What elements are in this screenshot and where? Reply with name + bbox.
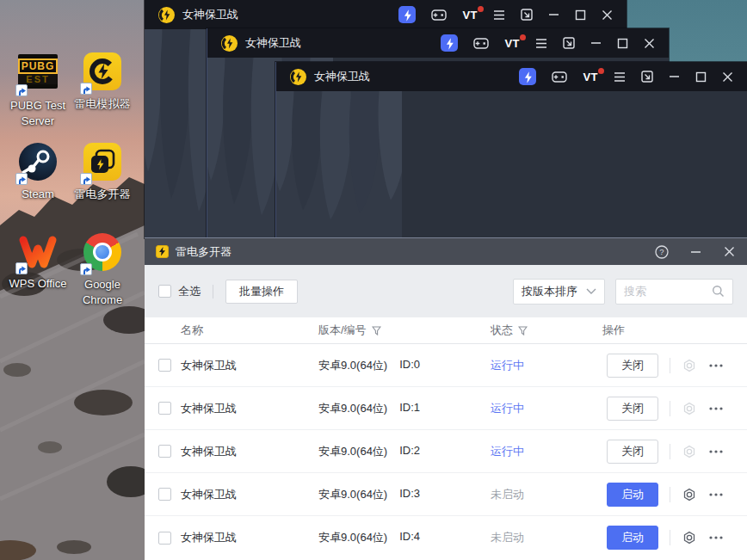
notification-dot bbox=[598, 68, 604, 74]
search-box[interactable] bbox=[615, 279, 733, 305]
stop-button[interactable]: 关闭 bbox=[607, 354, 658, 378]
desktop-icon-label: 雷电多开器 bbox=[65, 187, 139, 202]
mini-window-icon[interactable] bbox=[563, 37, 575, 49]
mini-window-icon[interactable] bbox=[521, 9, 533, 21]
boost-icon[interactable] bbox=[441, 34, 458, 52]
desktop-icon-ldplayer[interactable]: 雷电模拟器 bbox=[65, 52, 139, 112]
maximize-button[interactable] bbox=[575, 9, 586, 21]
settings-gear-icon[interactable] bbox=[682, 444, 697, 459]
minimize-button[interactable] bbox=[548, 9, 559, 20]
desktop-icon-label: Google Chrome bbox=[65, 277, 139, 308]
gamepad-icon[interactable] bbox=[473, 37, 489, 50]
emulator-titlebar[interactable]: 女神保卫战 VT bbox=[276, 62, 747, 91]
sort-dropdown[interactable]: 按版本排序 bbox=[513, 279, 605, 305]
search-input[interactable] bbox=[624, 285, 712, 298]
vt-button[interactable]: VT bbox=[504, 37, 520, 50]
gamepad-icon[interactable] bbox=[552, 71, 567, 83]
stop-button[interactable]: 关闭 bbox=[607, 397, 658, 421]
instance-status: 未启动 bbox=[491, 530, 594, 545]
ldplayer-logo-icon bbox=[290, 69, 306, 85]
select-all-checkbox[interactable] bbox=[158, 285, 171, 298]
more-options-icon[interactable] bbox=[708, 401, 724, 416]
close-button[interactable] bbox=[602, 9, 613, 21]
settings-gear-icon[interactable] bbox=[682, 401, 697, 416]
mini-window-icon[interactable] bbox=[641, 71, 653, 83]
more-options-icon[interactable] bbox=[708, 444, 724, 459]
gamepad-icon[interactable] bbox=[431, 9, 447, 22]
desktop-icon-ld-multiplayer[interactable]: 雷电多开器 bbox=[65, 142, 139, 202]
menu-icon[interactable] bbox=[493, 9, 505, 21]
settings-gear-icon[interactable] bbox=[682, 358, 697, 373]
header-name: 名称 bbox=[181, 323, 310, 338]
shortcut-arrow-icon bbox=[80, 83, 92, 95]
instance-status: 运行中 bbox=[491, 358, 594, 373]
minimize-button[interactable] bbox=[590, 38, 602, 48]
table-header: 名称 版本/编号 状态 操作 bbox=[145, 317, 747, 344]
search-icon bbox=[712, 285, 725, 298]
shortcut-arrow-icon bbox=[15, 84, 28, 96]
manager-titlebar[interactable]: 雷电多开器 bbox=[145, 238, 747, 265]
window-title: 女神保卫战 bbox=[182, 7, 238, 22]
minimize-button[interactable] bbox=[669, 71, 680, 82]
row-checkbox[interactable] bbox=[158, 402, 171, 415]
table-row: 女神保卫战 安卓9.0(64位)ID:2 运行中 关闭 bbox=[145, 430, 747, 473]
desktop-icon-wps-office[interactable]: WPS Office bbox=[1, 232, 75, 292]
help-icon[interactable] bbox=[655, 245, 669, 259]
start-button[interactable]: 启动 bbox=[607, 526, 658, 550]
close-button[interactable] bbox=[722, 71, 733, 83]
maximize-button[interactable] bbox=[695, 71, 707, 83]
stop-button[interactable]: 关闭 bbox=[607, 440, 658, 464]
batch-operations-button[interactable]: 批量操作 bbox=[225, 280, 298, 304]
vt-button[interactable]: VT bbox=[583, 71, 598, 83]
filter-icon bbox=[518, 326, 528, 335]
sort-dropdown-value: 按版本排序 bbox=[522, 284, 577, 299]
emulator-screen[interactable] bbox=[276, 91, 747, 238]
desktop-icon-label: 雷电模拟器 bbox=[65, 96, 139, 112]
more-options-icon[interactable] bbox=[708, 530, 724, 545]
instance-version: 安卓9.0(64位)ID:0 bbox=[318, 358, 482, 373]
window-title: 女神保卫战 bbox=[314, 69, 370, 84]
menu-icon[interactable] bbox=[535, 38, 547, 49]
menu-icon[interactable] bbox=[614, 71, 626, 83]
manager-title: 雷电多开器 bbox=[176, 244, 232, 260]
instance-version: 安卓9.0(64位)ID:2 bbox=[318, 444, 482, 459]
instance-version: 安卓9.0(64位)ID:1 bbox=[318, 401, 482, 416]
row-checkbox[interactable] bbox=[158, 488, 171, 501]
header-version[interactable]: 版本/编号 bbox=[318, 323, 482, 338]
toolbar-divider bbox=[213, 285, 213, 298]
close-button[interactable] bbox=[722, 245, 736, 259]
header-status[interactable]: 状态 bbox=[491, 323, 594, 338]
shortcut-arrow-icon bbox=[80, 173, 92, 185]
instance-name: 女神保卫战 bbox=[181, 444, 310, 459]
instance-status: 未启动 bbox=[491, 487, 594, 502]
table-row: 女神保卫战 安卓9.0(64位)ID:4 未启动 启动 bbox=[145, 516, 747, 559]
table-row: 女神保卫战 安卓9.0(64位)ID:0 运行中 关闭 bbox=[145, 344, 747, 387]
instance-status: 运行中 bbox=[491, 444, 594, 459]
more-options-icon[interactable] bbox=[708, 487, 724, 502]
select-all-label: 全选 bbox=[178, 284, 201, 299]
multi-instance-manager-window: 雷电多开器 全选 批量操作 按版本排序 名称 bbox=[145, 238, 747, 560]
window-title: 女神保卫战 bbox=[245, 35, 301, 51]
emulator-window-3: 女神保卫战 VT bbox=[275, 62, 747, 238]
maximize-button[interactable] bbox=[617, 38, 628, 49]
minimize-button[interactable] bbox=[688, 245, 702, 259]
table-row: 女神保卫战 安卓9.0(64位)ID:1 运行中 关闭 bbox=[145, 387, 747, 430]
row-checkbox[interactable] bbox=[158, 359, 171, 372]
emulator-titlebar[interactable]: 女神保卫战 VT bbox=[207, 28, 669, 58]
close-button[interactable] bbox=[644, 38, 655, 49]
row-checkbox[interactable] bbox=[158, 532, 171, 545]
desktop-icon-steam[interactable]: Steam bbox=[1, 142, 75, 202]
instance-status: 运行中 bbox=[491, 401, 594, 416]
settings-gear-icon[interactable] bbox=[682, 487, 697, 502]
row-checkbox[interactable] bbox=[158, 445, 171, 458]
desktop-icon-pubg-test-server[interactable]: PUBGEST PUBG Test Server bbox=[1, 52, 75, 129]
vt-button[interactable]: VT bbox=[462, 9, 478, 22]
emulator-titlebar[interactable]: 女神保卫战 VT bbox=[145, 0, 627, 29]
start-button[interactable]: 启动 bbox=[607, 483, 658, 507]
boost-icon[interactable] bbox=[398, 6, 416, 23]
settings-gear-icon[interactable] bbox=[682, 530, 697, 545]
boost-icon[interactable] bbox=[519, 68, 536, 85]
shortcut-arrow-icon bbox=[80, 263, 92, 275]
more-options-icon[interactable] bbox=[708, 358, 724, 373]
desktop-icon-google-chrome[interactable]: Google Chrome bbox=[65, 232, 139, 308]
